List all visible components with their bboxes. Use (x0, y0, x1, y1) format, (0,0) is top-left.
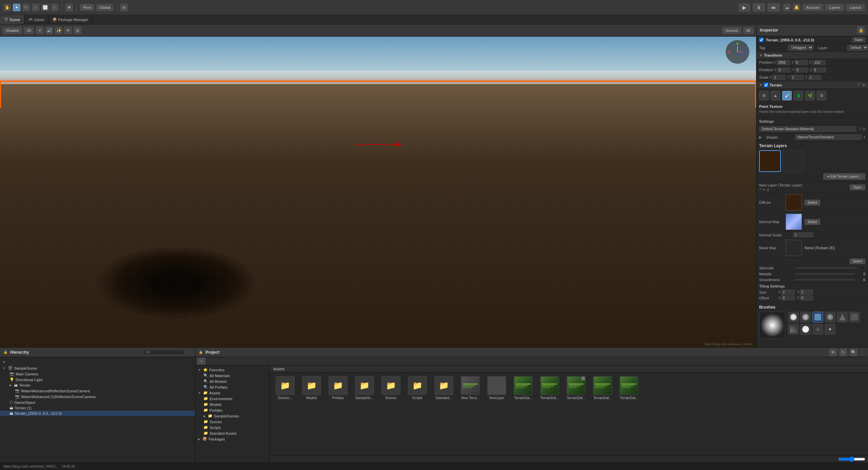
open-btn[interactable]: Open (850, 184, 865, 190)
diffuse-thumb[interactable] (786, 194, 802, 211)
layer-dropdown[interactable]: Default (847, 45, 868, 51)
metallic-slider[interactable] (795, 273, 855, 275)
specular-slider[interactable] (795, 267, 856, 269)
normal-map-thumb[interactable] (786, 214, 802, 230)
brush-4[interactable] (837, 312, 848, 322)
tree-all-materials[interactable]: 🔍 All Materials (195, 373, 270, 378)
size-y-input[interactable] (800, 290, 813, 295)
account-dropdown[interactable]: Account (802, 4, 823, 11)
asset-scripts[interactable]: 📁 Scripts (406, 376, 429, 452)
mask-map-thumb[interactable] (786, 240, 802, 256)
hierarchy-item-terrain[interactable]: ▶ 🏔 Terrain (0, 383, 195, 388)
tree-favorites[interactable]: ▼ ⭐ Favorites (195, 367, 270, 373)
brush-9[interactable]: ✦ (825, 324, 835, 335)
brush-5[interactable] (849, 312, 860, 322)
layers-dropdown[interactable]: Layers (825, 4, 844, 11)
tree-models[interactable]: 📁 Models (195, 402, 270, 407)
normal-select-btn[interactable]: Select (805, 219, 820, 225)
mode-dropdown[interactable]: 20 (24, 27, 34, 34)
custom-tool[interactable]: ✱ (65, 4, 73, 11)
hierarchy-search[interactable] (143, 350, 184, 355)
asset-samplescenes[interactable]: 📁 SampleSc... (353, 376, 376, 452)
pause-button[interactable]: ⏸ (753, 3, 765, 12)
tree-all-prefabs[interactable]: 🔍 All Prefabs (195, 384, 270, 390)
scale-z-input[interactable] (808, 75, 822, 80)
asset-scenes[interactable]: 📁 Scenes (379, 376, 403, 452)
brush-1[interactable] (800, 312, 811, 322)
hierarchy-item-water2[interactable]: 📷 Water4Advanced (1)ReflectionSceneCamer… (0, 394, 195, 399)
project-add-btn[interactable]: + (197, 358, 205, 365)
project-lock-icon[interactable]: 🔒 (199, 350, 203, 354)
hierarchy-item-samplescene[interactable]: ▼ 🎬 SampleScene (0, 365, 195, 371)
terrain-place-trees-btn[interactable]: 🌲 (794, 91, 803, 100)
asset-prefabs[interactable]: 📁 Prefabs (326, 376, 350, 452)
size-x-input[interactable] (781, 290, 795, 295)
scale-y-input[interactable] (790, 75, 804, 80)
audio-icon[interactable]: 🔊 (45, 27, 53, 34)
inspector-lock-icon[interactable]: 🔒 (857, 26, 865, 34)
tab-game[interactable]: 🎮 Game (24, 15, 48, 24)
scene-canvas[interactable]: X Y Z https://blog.csdn.net/weixin_49403… (0, 37, 756, 347)
terrain-paint-height-btn[interactable]: ▲ (771, 91, 780, 100)
effects-icon[interactable]: ✨ (55, 27, 62, 34)
transform-tool[interactable]: ⊹ (51, 4, 58, 11)
object-active-checkbox[interactable] (759, 38, 764, 42)
tree-prefabs[interactable]: 📁 Prefabs (195, 407, 270, 413)
asset-terraindat-1[interactable]: TerrainDat... (538, 376, 561, 452)
hierarchy-item-terrain2955[interactable]: 🏔 Terrain_(2955.0, 0.0, -212.0) (0, 411, 195, 416)
tree-environments[interactable]: 📁 Environments (195, 396, 270, 402)
hierarchy-lock-icon[interactable]: 🔒 (3, 350, 7, 354)
hierarchy-item-light[interactable]: 💡 Directional Light (0, 377, 195, 383)
project-refresh-icon[interactable]: ↻ (840, 349, 847, 356)
pos-x-input[interactable] (776, 60, 790, 65)
rot-y-input[interactable] (795, 67, 808, 73)
offset-y-input[interactable] (800, 295, 813, 300)
tab-scene[interactable]: 🎬 Scene (0, 15, 24, 24)
terrain-settings-btn[interactable]: ⚙ (817, 91, 826, 100)
terrain-settings-icon[interactable]: ⚙ (862, 83, 865, 87)
mask-select-btn[interactable]: Select (850, 258, 865, 264)
project-search-icon[interactable]: 🔍 (850, 349, 857, 356)
shading-dropdown[interactable]: Shaded (3, 27, 22, 34)
scale-tool[interactable]: ⤢ (32, 4, 39, 11)
asset-new-terrain[interactable]: New Terra... (458, 376, 482, 452)
rot-x-input[interactable] (777, 67, 791, 73)
asset-models[interactable]: 📁 Models (300, 376, 323, 452)
static-badge[interactable]: Static (852, 37, 865, 42)
tag-dropdown[interactable]: Untagged (788, 45, 813, 51)
rect-tool[interactable]: ⬜ (41, 4, 49, 11)
rotate-tool[interactable]: ↻ (22, 4, 30, 11)
asset-terraindat-0[interactable]: TerrainDat... (511, 376, 535, 452)
normal-scale-input[interactable] (793, 232, 813, 237)
pivot-btn[interactable]: Pivot (80, 4, 94, 11)
terrain-layer-empty[interactable] (782, 150, 804, 172)
transform-header[interactable]: ▼ Transform (756, 52, 868, 59)
diffuse-select-btn[interactable]: Select (805, 200, 820, 205)
global-btn[interactable]: Global (96, 4, 113, 11)
project-eye-icon[interactable]: 👁 (829, 349, 837, 356)
scene-gizmo[interactable]: X Y Z (726, 40, 753, 67)
hidden-icon[interactable]: 👁 (64, 27, 72, 34)
terrain-paint-details-btn[interactable]: 🌿 (805, 91, 815, 100)
offset-x-input[interactable] (781, 295, 795, 300)
brush-6[interactable] (788, 324, 799, 335)
asset-terraindat-3[interactable]: TerrainDat... (591, 376, 614, 452)
pos-z-input[interactable] (812, 60, 826, 65)
tree-packages[interactable]: ▶ 📦 Packages (195, 436, 270, 442)
project-more-icon[interactable]: ⋮ (861, 350, 865, 354)
brush-3[interactable] (825, 312, 835, 322)
hierarchy-item-maincamera[interactable]: 📷 Main Camera (0, 371, 195, 377)
collab-icon[interactable]: ☁ (783, 4, 791, 11)
pos-y-input[interactable] (794, 60, 808, 65)
tab-package-manager[interactable]: 📦 Package Manager (48, 15, 93, 24)
grid-icon[interactable]: ⊞ (74, 27, 81, 34)
brush-2[interactable] (812, 312, 823, 322)
terrain-paint-texture-btn[interactable]: 🖌 (782, 91, 792, 100)
tree-scripts[interactable]: 📁 Scripts (195, 425, 270, 430)
tree-scenes[interactable]: 📁 Scenes (195, 419, 270, 425)
brush-7[interactable] (800, 324, 811, 335)
shader-expand-icon[interactable]: ▾ (864, 135, 865, 139)
hierarchy-item-water1[interactable]: 📷 Water4AdvancedReflectionSceneCamera (0, 388, 195, 394)
terrain-help-icon[interactable]: ? (857, 83, 860, 87)
asset-standard[interactable]: 📁 Standard... (432, 376, 456, 452)
